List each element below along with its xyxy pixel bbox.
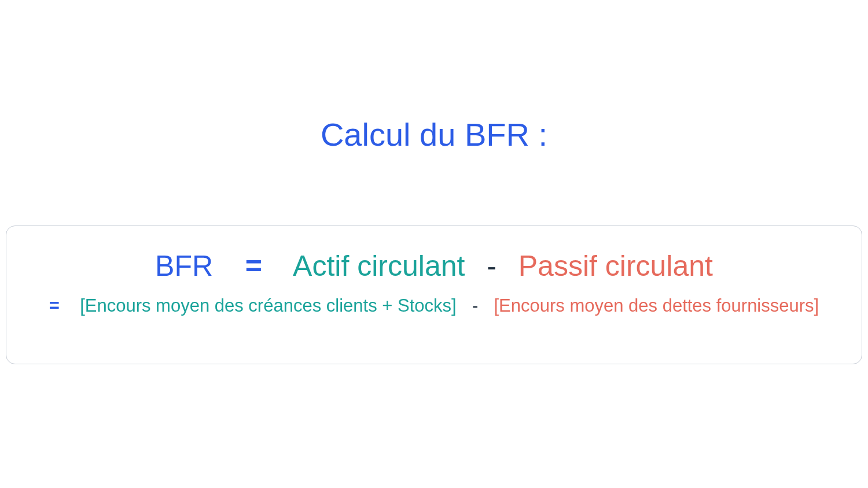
term-passif-circulant: Passif circulant [518,250,713,282]
term-actif-circulant: Actif circulant [293,250,465,282]
term-actif-detail: [Encours moyen des créances clients + St… [80,295,456,316]
term-passif-detail: [Encours moyen des dettes fournisseurs] [494,295,819,316]
minus-sign-2: - [472,295,478,316]
minus-sign-1: - [487,250,496,282]
formula-line-2: = [Encours moyen des créances clients + … [6,295,862,316]
page-title: Calcul du BFR : [0,116,868,153]
formula-box: BFR = Actif circulant - Passif circulant… [6,225,862,364]
equals-sign-1: = [245,250,262,282]
formula-line-1: BFR = Actif circulant - Passif circulant [6,249,862,283]
term-bfr: BFR [155,250,213,282]
equals-sign-2: = [49,295,60,316]
